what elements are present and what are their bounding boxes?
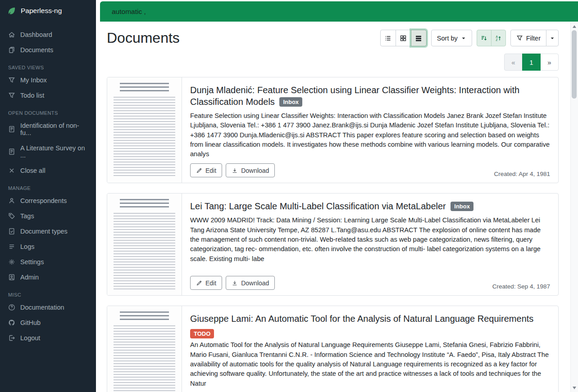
sidebar-item-my-inbox[interactable]: My Inbox <box>0 72 96 88</box>
thumbnail-title-lines <box>120 199 169 209</box>
document-thumbnail[interactable] <box>107 77 182 183</box>
document-title-link[interactable]: Lei Tang: Large Scale Multi-Label Classi… <box>190 201 446 211</box>
tag-badge[interactable]: Inbox <box>451 202 473 211</box>
tag-badge[interactable]: Inbox <box>279 97 302 107</box>
file-text-icon <box>8 148 15 155</box>
sidebar-item-open-doc-1[interactable]: Identification of non-fu... <box>0 118 96 140</box>
document-card: Lei Tang: Large Scale Multi-Label Classi… <box>107 193 559 296</box>
sidebar-item-label: Todo list <box>20 92 44 99</box>
page-header: Documents Sort by <box>107 30 559 46</box>
person-badge-icon <box>8 274 15 281</box>
close-icon <box>8 167 15 174</box>
document-card: Dunja Mladenić: Feature Selection using … <box>107 77 559 183</box>
sidebar-item-label: Settings <box>20 258 44 266</box>
tag-badge[interactable]: TODO <box>190 329 214 338</box>
document-card-body: Lei Tang: Large Scale Multi-Label Classi… <box>182 194 558 295</box>
download-button[interactable]: Download <box>226 276 275 290</box>
sidebar-item-todo-list[interactable]: Todo list <box>0 88 96 103</box>
question-circle-icon <box>8 304 15 311</box>
funnel-icon <box>8 92 15 99</box>
sidebar-item-label: Identification of non-fu... <box>20 122 88 136</box>
pagination-row: « 1 » <box>107 54 559 71</box>
toolbar: Sort by AZ Filter <box>380 30 559 46</box>
list-view-icon <box>384 35 391 42</box>
funnel-icon <box>516 35 523 41</box>
created-date: Created: Apr 4, 1981 <box>494 171 550 177</box>
search-input[interactable] <box>111 7 567 16</box>
topbar <box>96 0 578 22</box>
download-icon <box>232 280 238 286</box>
sort-by-dropdown[interactable]: Sort by <box>431 30 472 46</box>
tag-icon <box>8 212 15 220</box>
funnel-icon <box>8 77 15 84</box>
search-bar <box>100 1 578 22</box>
page-title: Documents <box>107 30 180 46</box>
sidebar-item-close-all[interactable]: Close all <box>0 163 96 178</box>
sidebar-item-admin[interactable]: Admin <box>0 270 96 285</box>
sort-alpha-icon: AZ <box>495 35 502 42</box>
github-icon <box>8 319 15 326</box>
person-icon <box>8 197 15 204</box>
sidebar-nav: Dashboard Documents SAVED VIEWS My Inbox… <box>0 22 96 346</box>
document-thumbnail[interactable] <box>107 194 182 295</box>
scrollbar[interactable] <box>570 23 578 392</box>
document-title: Dunja Mladenić: Feature Selection using … <box>190 84 550 108</box>
sort-direction-button[interactable] <box>477 30 492 46</box>
document-title: Giuseppe Lami: An Automatic Tool for the… <box>190 313 550 324</box>
sort-alpha-button[interactable]: AZ <box>491 30 506 46</box>
pagination-prev-button[interactable]: « <box>504 54 523 71</box>
sidebar-item-logs[interactable]: Logs <box>0 239 96 254</box>
document-snippet: Feature Selection using Linear Classifie… <box>190 111 550 159</box>
svg-text:Z: Z <box>496 38 498 41</box>
sidebar-item-dashboard[interactable]: Dashboard <box>0 27 96 42</box>
box-arrow-right-icon <box>8 334 15 342</box>
caret-down-icon <box>461 36 466 41</box>
document-snippet: An Automatic Tool for the Analysis of Na… <box>190 340 550 388</box>
download-button[interactable]: Download <box>226 163 275 177</box>
edit-button[interactable]: Edit <box>190 163 222 177</box>
edit-button[interactable]: Edit <box>190 276 222 290</box>
sort-by-label: Sort by <box>437 35 458 42</box>
sidebar-item-documentation[interactable]: Documentation <box>0 300 96 315</box>
pagination-page-1-button[interactable]: 1 <box>522 54 541 71</box>
sidebar-item-github[interactable]: GitHub <box>0 315 96 330</box>
main-content: Documents Sort by <box>96 0 570 392</box>
sort-down-icon <box>480 35 487 42</box>
sidebar-item-correspondents[interactable]: Correspondents <box>0 193 96 208</box>
app-title: Paperless-ng <box>21 7 62 15</box>
document-card: Giuseppe Lami: An Automatic Tool for the… <box>107 306 559 392</box>
house-icon <box>8 31 15 38</box>
pencil-icon <box>196 280 202 286</box>
sidebar-item-label: A Literature Survey on ... <box>20 144 88 159</box>
view-grid-button[interactable] <box>396 30 411 46</box>
document-card-body: Giuseppe Lami: An Automatic Tool for the… <box>182 306 558 392</box>
document-card-body: Dunja Mladenić: Feature Selection using … <box>182 77 558 183</box>
svg-text:A: A <box>496 35 498 38</box>
scroll-down-button[interactable] <box>571 385 578 391</box>
filter-button[interactable]: Filter <box>510 30 546 46</box>
sidebar-item-label: Close all <box>20 167 46 174</box>
scroll-up-button[interactable] <box>571 23 578 30</box>
view-toggle-group <box>380 30 427 46</box>
document-title-link[interactable]: Dunja Mladenić: Feature Selection using … <box>190 85 519 107</box>
sidebar-item-label: Logs <box>20 243 34 250</box>
edit-label: Edit <box>205 167 216 174</box>
document-title-link[interactable]: Giuseppe Lami: An Automatic Tool for the… <box>190 314 533 324</box>
sidebar-item-logout[interactable]: Logout <box>0 330 96 346</box>
app-logo[interactable]: Paperless-ng <box>0 0 96 22</box>
sidebar-item-documents[interactable]: Documents <box>0 42 96 58</box>
pagination-next-button[interactable]: » <box>540 54 559 71</box>
sidebar-item-label: Correspondents <box>20 197 67 204</box>
scroll-down-icon <box>573 387 576 389</box>
sidebar-section-misc: MISC <box>0 285 96 300</box>
sidebar-item-open-doc-2[interactable]: A Literature Survey on ... <box>0 140 96 163</box>
sidebar-item-document-types[interactable]: Document types <box>0 224 96 239</box>
document-thumbnail[interactable] <box>107 306 182 392</box>
view-list-button[interactable] <box>380 30 396 46</box>
scrollbar-thumb[interactable] <box>572 30 577 99</box>
sidebar-item-tags[interactable]: Tags <box>0 208 96 224</box>
filter-caret-button[interactable] <box>546 30 559 46</box>
sidebar-item-label: Document types <box>20 228 68 235</box>
view-details-button[interactable] <box>411 30 427 46</box>
sidebar-item-settings[interactable]: Settings <box>0 254 96 270</box>
